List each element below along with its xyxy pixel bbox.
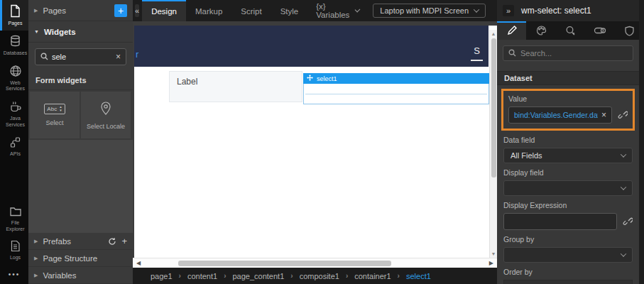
section-label: Prefabs <box>43 237 71 246</box>
search-icon <box>40 53 48 62</box>
scroll-right-icon[interactable]: ▶ <box>486 260 497 266</box>
property-search-input[interactable] <box>520 49 628 58</box>
tab-design[interactable]: Design <box>142 0 186 21</box>
collapse-left-panel-button[interactable]: « <box>135 4 139 17</box>
canvas-vertical-scrollbar[interactable]: ▲ ▼ <box>489 30 497 258</box>
collapse-right-panel-button[interactable]: » <box>503 5 514 16</box>
header-nav-link[interactable]: S <box>471 45 483 61</box>
scroll-up-icon[interactable]: ▲ <box>491 30 496 38</box>
page-preview: r S Label select1 ▲ ▼ <box>134 26 497 258</box>
clear-search-icon[interactable]: × <box>116 52 121 62</box>
widget-search-input[interactable] <box>52 53 112 61</box>
vertical-scroll-thumb[interactable] <box>491 38 496 178</box>
display-expression-input[interactable] <box>509 217 611 226</box>
left-icon-rail: Pages Databases Web Services Java Servic… <box>0 0 28 284</box>
tab-script[interactable]: Script <box>231 0 271 21</box>
tab-styles[interactable] <box>526 21 555 40</box>
order-by-option-datavalue[interactable]: dataValue <box>504 280 632 284</box>
bind-link-icon[interactable] <box>623 217 633 226</box>
properties-scrollbar[interactable] <box>639 0 644 284</box>
header-partial-link[interactable]: r <box>136 49 138 60</box>
nodes-icon <box>9 136 21 150</box>
top-toolbar: « Design Markup Script Style {x} Variabl… <box>133 0 497 21</box>
properties-body: Dataset Value × Data field All F <box>497 40 644 284</box>
scroll-down-icon[interactable]: ▼ <box>491 250 496 258</box>
breadcrumb-separator: › <box>290 272 293 280</box>
breadcrumb-separator: › <box>346 272 348 280</box>
widget-breadcrumb: page1› content1› page_content1› composit… <box>133 268 497 284</box>
canvas-horizontal-scrollbar[interactable]: ◀ ▶ <box>133 258 497 268</box>
widgets-section-header[interactable]: ▼ Widgets <box>28 21 133 43</box>
rail-item-label: Web Services <box>2 80 28 93</box>
tab-style[interactable]: Style <box>271 0 308 21</box>
variables-dropdown[interactable]: {x} Variables <box>307 2 367 19</box>
rail-item-label: Java Services <box>2 116 28 129</box>
display-expression-field: Display Expression <box>497 196 639 230</box>
widget-search-box[interactable]: × <box>35 48 126 65</box>
map-pin-icon <box>99 101 113 118</box>
select-widget-icon: Abc▲▼ <box>44 104 65 115</box>
tab-properties[interactable] <box>497 21 526 40</box>
add-page-button[interactable]: + <box>114 4 127 17</box>
device-dropdown[interactable]: Laptop with MDPI Screen <box>373 4 486 18</box>
rail-item-pages[interactable]: Pages <box>0 0 28 31</box>
value-input[interactable] <box>514 111 598 119</box>
tab-markup[interactable]: Markup <box>186 0 231 21</box>
breadcrumb-item[interactable]: page_content1 <box>232 272 284 280</box>
selected-option: All Fields <box>511 151 542 160</box>
page-structure-section-header[interactable]: ▶ Page Structure <box>28 250 133 267</box>
rail-item-label: Databases <box>4 50 27 57</box>
widget-tile-select[interactable]: Abc▲▼ Select <box>30 92 80 138</box>
folder-icon <box>9 206 22 219</box>
select-underline <box>305 94 487 94</box>
property-search-box[interactable] <box>503 45 633 61</box>
move-handle-icon[interactable] <box>307 75 313 82</box>
pages-section-header[interactable]: ▶ Pages + <box>28 0 133 21</box>
breadcrumb-item-active[interactable]: select1 <box>406 272 431 280</box>
shield-icon <box>625 26 634 38</box>
palette-icon <box>536 26 547 37</box>
more-options-icon[interactable]: ••• <box>0 265 28 284</box>
bind-link-icon[interactable] <box>618 110 628 120</box>
breadcrumb-item[interactable]: composite1 <box>300 272 339 280</box>
value-input-box[interactable]: × <box>508 106 612 124</box>
page-header-widget[interactable]: r S <box>134 26 489 67</box>
display-expression-input-box[interactable] <box>503 213 617 230</box>
data-field-select[interactable]: All Fields <box>503 148 633 163</box>
breadcrumb-item[interactable]: container1 <box>354 272 391 280</box>
rail-item-file-explorer[interactable]: File Explorer <box>0 202 28 236</box>
group-by-select[interactable] <box>503 247 633 263</box>
rail-item-logs[interactable]: Logs <box>0 236 28 265</box>
page-icon <box>9 4 21 19</box>
clear-value-icon[interactable]: × <box>601 110 606 120</box>
breadcrumb-item[interactable]: page1 <box>151 272 173 280</box>
rail-item-label: APIs <box>10 151 21 158</box>
label-widget[interactable]: Label <box>169 71 302 102</box>
tab-toggle-settings[interactable] <box>585 21 614 40</box>
widget-tile-select-locale[interactable]: Select Locale <box>81 92 131 138</box>
caret-right-icon: ▶ <box>34 8 38 13</box>
rail-item-web-services[interactable]: Web Services <box>0 60 28 97</box>
add-prefab-icon[interactable]: + <box>121 236 127 246</box>
display-field-select[interactable] <box>503 180 633 196</box>
scroll-left-icon[interactable]: ◀ <box>133 260 144 266</box>
breadcrumb-item[interactable]: content1 <box>187 272 217 280</box>
rail-item-java-services[interactable]: Java Services <box>0 96 28 132</box>
search-gear-icon <box>565 26 576 38</box>
dataset-section-header[interactable]: Dataset <box>497 71 639 85</box>
data-field: Data field All Fields <box>497 131 639 163</box>
caret-right-icon: ▶ <box>34 239 38 244</box>
variables-section-header[interactable]: ▶ Variables <box>28 267 133 284</box>
display-field: Display field <box>497 163 639 196</box>
select1-widget[interactable]: select1 <box>303 73 489 104</box>
rail-item-databases[interactable]: Databases <box>0 31 28 60</box>
prefabs-section-header[interactable]: ▶ Prefabs + <box>28 233 133 250</box>
widget-selection-bar[interactable]: select1 <box>303 73 489 84</box>
widget-tile-label: Select <box>45 119 63 126</box>
refresh-prefabs-icon[interactable] <box>108 237 116 246</box>
horizontal-scroll-thumb[interactable] <box>178 261 391 266</box>
select-widget-body[interactable] <box>303 84 489 104</box>
tab-advanced-search[interactable] <box>556 21 585 40</box>
widget-list-scroll-area <box>28 140 133 233</box>
rail-item-apis[interactable]: APIs <box>0 132 28 161</box>
